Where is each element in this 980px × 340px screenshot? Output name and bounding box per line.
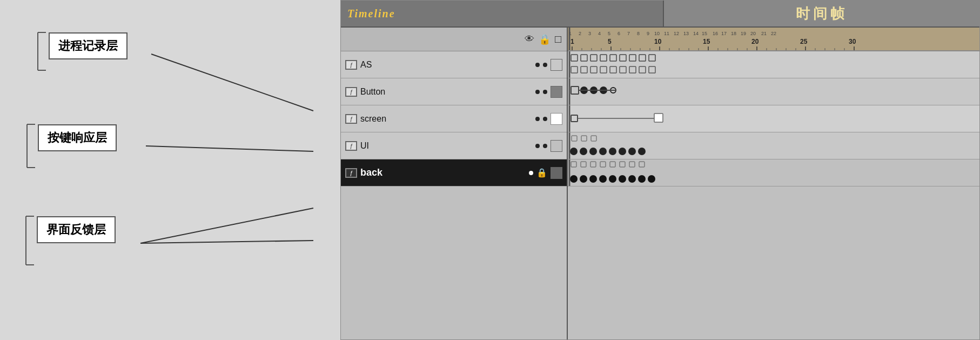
layer-color-as bbox=[551, 59, 562, 71]
svg-text:4: 4 bbox=[598, 31, 601, 36]
layer-dot2-screen bbox=[543, 117, 547, 121]
svg-text:20: 20 bbox=[750, 31, 756, 36]
svg-line-0 bbox=[151, 54, 313, 111]
svg-text:15: 15 bbox=[702, 31, 707, 36]
svg-line-2 bbox=[140, 208, 313, 243]
frame-cells-container bbox=[568, 51, 979, 339]
layer-list-header: 👁 🔒 □ bbox=[341, 28, 567, 51]
svg-text:9: 9 bbox=[647, 31, 649, 36]
svg-text:5: 5 bbox=[608, 38, 612, 45]
svg-text:3: 3 bbox=[588, 31, 591, 36]
layer-dot1-back bbox=[529, 171, 533, 175]
svg-point-107 bbox=[570, 148, 578, 155]
svg-text:13: 13 bbox=[683, 31, 689, 36]
svg-text:7: 7 bbox=[627, 31, 630, 36]
svg-point-130 bbox=[628, 175, 636, 183]
layer-row-screen[interactable]: screen bbox=[341, 105, 567, 132]
svg-rect-78 bbox=[610, 55, 616, 61]
layer-dot1-screen bbox=[535, 117, 540, 121]
svg-point-131 bbox=[638, 175, 646, 183]
svg-text:17: 17 bbox=[721, 31, 727, 36]
svg-rect-121 bbox=[620, 162, 625, 167]
frame-svg-screen bbox=[568, 105, 979, 132]
annotation-label-1: 进程记录层 bbox=[58, 39, 118, 52]
layer-dot2-as bbox=[543, 63, 547, 67]
svg-text:22: 22 bbox=[771, 31, 776, 36]
svg-text:5: 5 bbox=[608, 31, 610, 36]
svg-point-125 bbox=[580, 175, 587, 183]
svg-point-124 bbox=[570, 175, 578, 183]
frame-svg-ui bbox=[568, 132, 979, 159]
svg-rect-82 bbox=[649, 55, 655, 61]
svg-rect-79 bbox=[620, 55, 626, 61]
svg-rect-76 bbox=[590, 55, 597, 61]
svg-line-3 bbox=[140, 241, 313, 243]
layer-dot1-as bbox=[535, 63, 540, 67]
layer-color-button bbox=[551, 86, 562, 98]
svg-rect-77 bbox=[600, 55, 607, 61]
svg-rect-93 bbox=[571, 86, 579, 94]
svg-text:15: 15 bbox=[703, 38, 710, 45]
layer-row-button[interactable]: Button bbox=[341, 78, 567, 105]
svg-point-126 bbox=[589, 175, 597, 183]
svg-rect-74 bbox=[571, 55, 578, 61]
svg-text:18: 18 bbox=[731, 31, 736, 36]
layer-dot2-ui bbox=[543, 144, 547, 148]
frame-svg-as bbox=[568, 51, 979, 78]
svg-rect-86 bbox=[600, 66, 607, 73]
layer-row-ui[interactable]: UI bbox=[341, 132, 567, 159]
svg-point-132 bbox=[648, 175, 655, 183]
layer-color-back bbox=[551, 167, 562, 179]
layer-name-screen: screen bbox=[360, 114, 532, 124]
frame-svg-button bbox=[568, 78, 979, 105]
svg-point-111 bbox=[609, 148, 616, 155]
layer-icon-back bbox=[345, 168, 357, 178]
timeline-panel: Timeline 时间帧 👁 🔒 □ AS bbox=[340, 0, 980, 340]
layer-name-ui: UI bbox=[360, 141, 532, 151]
frame-row-screen bbox=[568, 105, 979, 132]
svg-point-114 bbox=[638, 148, 646, 155]
svg-text:16: 16 bbox=[713, 31, 718, 36]
visibility-square-icon: □ bbox=[555, 33, 561, 45]
svg-point-112 bbox=[619, 148, 626, 155]
svg-text:20: 20 bbox=[751, 38, 759, 45]
layer-dot2-button bbox=[543, 90, 547, 94]
svg-text:6: 6 bbox=[617, 31, 620, 36]
svg-rect-84 bbox=[581, 66, 587, 73]
svg-text:25: 25 bbox=[800, 38, 808, 45]
layer-row-back[interactable]: back 🔒 bbox=[341, 159, 567, 186]
timeline-label: Timeline bbox=[347, 8, 395, 20]
layer-list: 👁 🔒 □ AS Button bbox=[341, 28, 568, 339]
layer-icon-as bbox=[345, 60, 357, 70]
svg-rect-85 bbox=[590, 66, 597, 73]
svg-text:30: 30 bbox=[849, 38, 856, 45]
svg-text:1: 1 bbox=[570, 38, 574, 45]
annotation-area: 进程记录层 按键响应层 界面反馈层 bbox=[0, 0, 340, 340]
svg-rect-118 bbox=[590, 162, 596, 167]
svg-text:14: 14 bbox=[693, 31, 699, 36]
layer-name-as: AS bbox=[360, 60, 532, 70]
svg-rect-80 bbox=[629, 55, 636, 61]
svg-rect-104 bbox=[572, 136, 577, 141]
annotation-box-2: 按键响应层 bbox=[38, 124, 117, 151]
frame-svg-back bbox=[568, 159, 979, 186]
svg-point-110 bbox=[599, 148, 607, 155]
svg-text:2: 2 bbox=[579, 31, 581, 36]
svg-rect-102 bbox=[654, 114, 663, 122]
svg-rect-100 bbox=[571, 115, 578, 122]
svg-rect-117 bbox=[581, 162, 586, 167]
svg-line-1 bbox=[146, 146, 313, 151]
svg-text:10: 10 bbox=[654, 31, 660, 36]
annotation-label-2: 按键响应层 bbox=[48, 131, 107, 144]
layer-lock-back: 🔒 bbox=[536, 168, 547, 178]
annotation-label-3: 界面反馈层 bbox=[46, 223, 106, 236]
layer-color-screen bbox=[551, 113, 562, 125]
svg-rect-83 bbox=[571, 66, 578, 73]
svg-point-128 bbox=[609, 175, 616, 183]
svg-text:12: 12 bbox=[674, 31, 679, 36]
annotation-box-3: 界面反馈层 bbox=[37, 216, 116, 243]
layer-row-as[interactable]: AS bbox=[341, 51, 567, 78]
ruler-bar: 1 5 10 bbox=[568, 28, 979, 51]
svg-rect-87 bbox=[610, 66, 616, 73]
svg-rect-88 bbox=[620, 66, 626, 73]
